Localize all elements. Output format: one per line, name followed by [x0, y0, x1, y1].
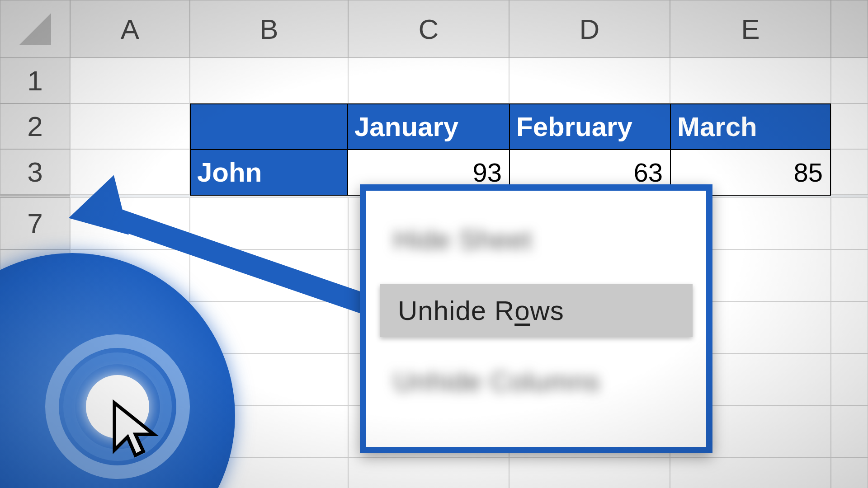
table-header-name[interactable] [190, 103, 348, 150]
menu-item-label-underline: o [514, 296, 530, 326]
cell-B1[interactable] [190, 58, 348, 103]
row-header-2[interactable]: 2 [0, 103, 70, 149]
col-header-A[interactable]: A [70, 0, 190, 58]
cell-F9[interactable] [831, 301, 868, 353]
svg-marker-0 [19, 13, 51, 45]
menu-item-unhide-columns[interactable]: Unhide Columns [375, 355, 697, 408]
table-row-name[interactable]: John [190, 149, 348, 196]
select-all-corner[interactable] [0, 0, 70, 58]
cell-F12[interactable] [831, 457, 868, 488]
col-header-F[interactable] [831, 0, 868, 58]
cell-F7[interactable] [831, 197, 868, 249]
cell-D1[interactable] [509, 58, 670, 103]
menu-item-label-before: Unhide R [398, 296, 514, 326]
cell-A1[interactable] [70, 58, 190, 103]
menu-item-unhide-rows[interactable]: Unhide Rows [380, 284, 693, 337]
cell-F3[interactable] [831, 149, 868, 195]
cell-C12[interactable] [348, 457, 509, 488]
col-header-C[interactable]: C [348, 0, 509, 58]
context-menu: Hide Sheet Unhide Rows Unhide Columns [360, 184, 712, 453]
cell-F1[interactable] [831, 58, 868, 103]
cell-F2[interactable] [831, 103, 868, 149]
table-header-march[interactable]: March [670, 103, 831, 150]
row-header-1[interactable]: 1 [0, 58, 70, 103]
row-header-7[interactable]: 7 [0, 197, 70, 249]
col-header-D[interactable]: D [509, 0, 670, 58]
select-all-triangle-icon [19, 13, 51, 45]
cell-E12[interactable] [670, 457, 831, 488]
row-header-3[interactable]: 3 [0, 149, 70, 195]
cell-A2[interactable] [70, 103, 190, 149]
cell-F11[interactable] [831, 405, 868, 457]
spreadsheet: A B C D E 1 2 3 7 8 [0, 0, 868, 488]
cell-F10[interactable] [831, 353, 868, 405]
cell-E1[interactable] [670, 58, 831, 103]
col-header-B[interactable]: B [190, 0, 348, 58]
col-header-E[interactable]: E [670, 0, 831, 58]
cell-D12[interactable] [509, 457, 670, 488]
cursor-icon [104, 398, 167, 460]
cell-F8[interactable] [831, 249, 868, 301]
table-header-february[interactable]: February [509, 103, 671, 150]
table-header-january[interactable]: January [347, 103, 510, 150]
menu-item-label-after: ws [530, 296, 564, 326]
menu-item-hide-sheet[interactable]: Hide Sheet [375, 213, 697, 266]
cell-C1[interactable] [348, 58, 509, 103]
